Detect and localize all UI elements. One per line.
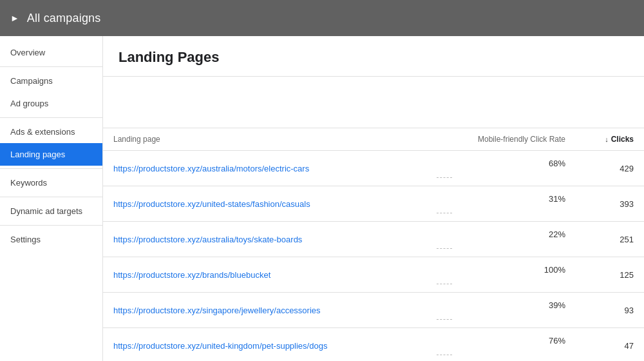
sidebar-item-dynamic-ad-targets[interactable]: Dynamic ad targets <box>0 200 102 222</box>
sidebar-divider <box>0 197 102 197</box>
dashed-line <box>437 276 452 284</box>
cell-mobile-friendly: 31% <box>426 186 576 222</box>
cell-url[interactable]: https://productstore.xyz/brands/bluebuck… <box>103 257 426 293</box>
page-title-area: Landing Pages <box>103 36 644 77</box>
sidebar-item-campaigns[interactable]: Campaigns <box>0 70 102 92</box>
chart-area <box>103 77 644 128</box>
dashed-line <box>437 347 452 355</box>
sidebar-item-overview[interactable]: Overview <box>0 41 102 64</box>
table-row: https://productstore.xyz/united-states/f… <box>103 186 644 222</box>
sidebar-item-ad-groups[interactable]: Ad groups <box>0 92 102 115</box>
cell-clicks: 93 <box>576 293 644 328</box>
cell-url[interactable]: https://productstore.xyz/united-kingdom/… <box>103 328 426 362</box>
cell-clicks: 429 <box>576 151 644 186</box>
cell-url[interactable]: https://productstore.xyz/singapore/jewel… <box>103 293 426 328</box>
sidebar-divider <box>0 117 102 118</box>
cell-mobile-friendly: 76% <box>426 328 576 362</box>
dashed-line <box>437 170 452 178</box>
cell-mobile-friendly: 100% <box>426 257 576 293</box>
table-row: https://productstore.xyz/australia/motor… <box>103 151 644 186</box>
cell-mobile-friendly: 22% <box>426 222 576 257</box>
cell-clicks: 251 <box>576 222 644 257</box>
table-row: https://productstore.xyz/united-kingdom/… <box>103 328 644 362</box>
sort-icon: ↓ <box>605 135 609 143</box>
cell-mobile-friendly: 68% <box>426 151 576 186</box>
table-wrapper: Landing page Mobile-friendly Click Rate … <box>103 128 644 361</box>
dashed-line <box>437 240 452 249</box>
cell-mobile-friendly: 39% <box>426 293 576 328</box>
sidebar-item-keywords[interactable]: Keywords <box>0 171 102 194</box>
sidebar-item-landing-pages[interactable]: Landing pages <box>0 143 102 166</box>
table-row: https://productstore.xyz/australia/toys/… <box>103 222 644 257</box>
cell-clicks: 47 <box>576 328 644 362</box>
sidebar: Overview Campaigns Ad groups Ads & exten… <box>0 36 103 361</box>
dashed-line <box>437 205 452 213</box>
table-header: Landing page Mobile-friendly Click Rate … <box>103 128 644 151</box>
cell-clicks: 393 <box>576 186 644 222</box>
cell-url[interactable]: https://productstore.xyz/australia/motor… <box>103 151 426 186</box>
sidebar-item-settings[interactable]: Settings <box>0 228 102 251</box>
dashed-line <box>437 311 452 320</box>
col-header-landing-page: Landing page <box>103 128 426 151</box>
table-row: https://productstore.xyz/singapore/jewel… <box>103 293 644 328</box>
landing-pages-table: Landing page Mobile-friendly Click Rate … <box>103 128 644 361</box>
page-title: Landing Pages <box>118 49 629 66</box>
col-header-mobile-friendly: Mobile-friendly Click Rate <box>426 128 576 151</box>
cell-url[interactable]: https://productstore.xyz/australia/toys/… <box>103 222 426 257</box>
nav-arrow-icon[interactable]: ► <box>10 13 19 23</box>
cell-clicks: 125 <box>576 257 644 293</box>
main-area: Overview Campaigns Ad groups Ads & exten… <box>0 36 644 361</box>
table-body: https://productstore.xyz/australia/motor… <box>103 151 644 362</box>
cell-url[interactable]: https://productstore.xyz/united-states/f… <box>103 186 426 222</box>
sidebar-divider <box>0 168 102 169</box>
col-header-clicks[interactable]: ↓Clicks <box>576 128 644 151</box>
sidebar-divider <box>0 66 102 67</box>
sidebar-item-ads-extensions[interactable]: Ads & extensions <box>0 121 102 143</box>
table-row: https://productstore.xyz/brands/bluebuck… <box>103 257 644 293</box>
header-title: All campaigns <box>27 12 101 25</box>
sidebar-divider <box>0 225 102 226</box>
top-header: ► All campaigns <box>0 0 644 36</box>
content-area: Landing Pages Landing page Mobile-friend… <box>103 36 644 361</box>
